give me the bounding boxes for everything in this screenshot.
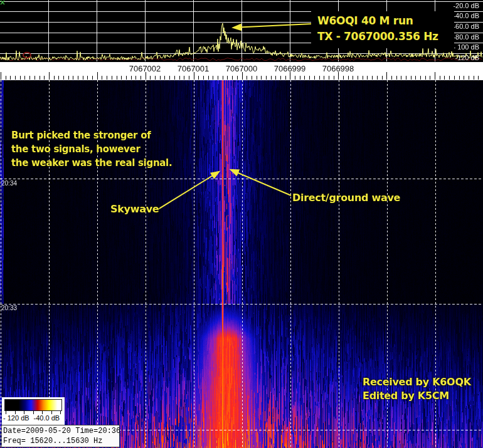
frequency-tick-label: 7066998 <box>313 64 363 73</box>
frequency-tick-label: 7066999 <box>265 64 315 73</box>
note-line3: the weaker was the real signal. <box>11 156 172 170</box>
db-axis-label: -20.0 dB <box>433 2 482 9</box>
credit-received: Received by K6OQK <box>363 376 471 388</box>
note-text: Burt picked the stronger of the two sign… <box>11 128 172 170</box>
note-line1: Burt picked the stronger of <box>11 128 172 142</box>
tx-annotation-line1: W6OQI 40 M run <box>317 13 454 29</box>
spectrum-lab-display: -20.0 dB -40.0 dB -60.0 dB -80.0 dB - 10… <box>0 0 483 448</box>
frequency-tick-label: 7067000 <box>216 64 267 73</box>
tx-annotation-line2: TX - 7067000.356 Hz <box>317 29 454 44</box>
skywave-label: Skywave <box>110 203 159 215</box>
note-line2: the two signals, however <box>11 142 172 156</box>
credit-edited: Edited by K5CM <box>363 390 449 402</box>
time-label: 20:34 <box>1 180 17 187</box>
frequency-tick-label: 7067001 <box>168 64 218 73</box>
color-scale-max: -40.0 dB <box>34 414 60 422</box>
db-axis-label: -120 dB <box>433 54 482 61</box>
frequency-tick-label: 7067002 <box>120 64 170 73</box>
capture-freq-range: Freq= 15620...15630 Hz <box>3 436 118 446</box>
capture-date-time: Date=2009-05-20 Time=20:36 <box>3 426 118 436</box>
color-scale-min: - 120 dB <box>3 414 29 422</box>
color-scale-gradient <box>4 399 62 411</box>
direct-wave-label: Direct/ground wave <box>292 192 400 204</box>
capture-info-box: Date=2009-05-20 Time=20:36 Freq= 15620..… <box>1 425 120 447</box>
time-label: 20:33 <box>1 305 17 311</box>
tx-annotation: W6OQI 40 M run TX - 7067000.356 Hz <box>311 11 454 48</box>
color-scale-legend: - 120 dB -40.0 dB <box>2 397 65 425</box>
color-scale-range: - 120 dB -40.0 dB <box>2 414 65 422</box>
